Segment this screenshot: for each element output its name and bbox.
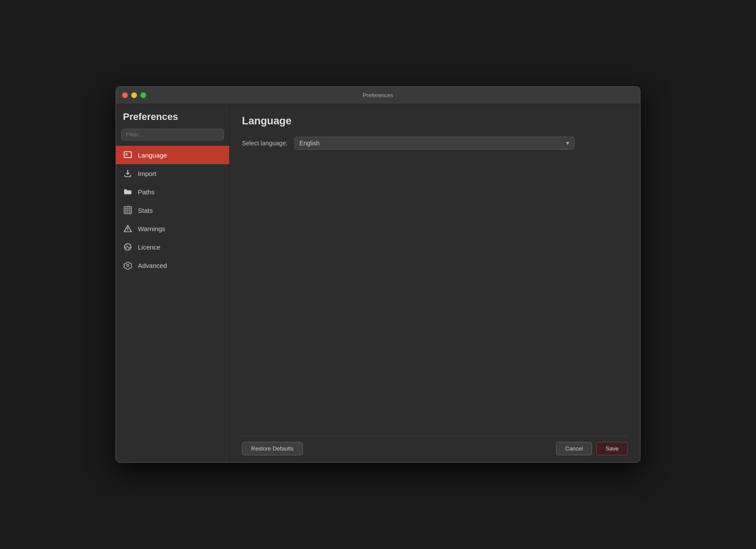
sidebar-label-stats: Stats [138, 207, 153, 214]
sidebar-item-language[interactable]: A A Language [116, 146, 229, 164]
content-area: Preferences A A Language [116, 104, 640, 462]
advanced-icon [123, 260, 133, 270]
sidebar-item-stats[interactable]: Stats [116, 201, 229, 219]
main-spacer [242, 158, 628, 436]
licence-icon [123, 242, 133, 252]
window-controls [122, 92, 146, 98]
close-button[interactable] [122, 92, 128, 98]
minimize-button[interactable] [131, 92, 137, 98]
preferences-window: Preferences Preferences A A [116, 86, 640, 463]
cancel-button[interactable]: Cancel [556, 442, 592, 455]
language-form-row: Select language: English French German S… [242, 137, 628, 150]
sidebar-item-licence[interactable]: Licence [116, 238, 229, 256]
sidebar-item-import[interactable]: Import [116, 164, 229, 183]
svg-point-13 [127, 264, 129, 267]
footer-right-buttons: Cancel Save [556, 442, 628, 455]
save-button[interactable]: Save [596, 442, 628, 455]
filter-wrapper [116, 129, 229, 146]
stats-icon [123, 205, 133, 215]
language-select[interactable]: English French German Spanish Italian Po… [294, 137, 574, 150]
paths-icon [123, 187, 133, 197]
sidebar-label-advanced: Advanced [138, 262, 167, 269]
section-title: Language [242, 115, 628, 127]
sidebar-item-paths[interactable]: Paths [116, 183, 229, 201]
sidebar-label-import: Import [138, 170, 157, 177]
sidebar-label-paths: Paths [138, 188, 154, 196]
main-panel: Language Select language: English French… [230, 104, 640, 462]
svg-point-11 [127, 230, 128, 231]
import-icon [123, 169, 133, 178]
svg-text:A: A [126, 152, 128, 156]
language-icon: A A [123, 150, 133, 160]
filter-input[interactable] [121, 129, 224, 141]
sidebar-label-language: Language [138, 151, 167, 159]
language-label: Select language: [242, 140, 287, 147]
sidebar-item-advanced[interactable]: Advanced [116, 256, 229, 274]
restore-defaults-button[interactable]: Restore Defaults [242, 442, 303, 455]
sidebar-label-licence: Licence [138, 243, 161, 251]
window-title: Preferences [363, 92, 393, 99]
warnings-icon [123, 224, 133, 233]
maximize-button[interactable] [140, 92, 146, 98]
sidebar: Preferences A A Language [116, 104, 230, 462]
titlebar: Preferences [116, 87, 640, 104]
sidebar-item-warnings[interactable]: Warnings [116, 219, 229, 238]
sidebar-title: Preferences [116, 111, 229, 129]
footer: Restore Defaults Cancel Save [242, 436, 628, 455]
sidebar-label-warnings: Warnings [138, 225, 165, 232]
sidebar-nav: A A Language Import [116, 146, 229, 462]
language-select-wrapper: English French German Spanish Italian Po… [294, 137, 574, 150]
